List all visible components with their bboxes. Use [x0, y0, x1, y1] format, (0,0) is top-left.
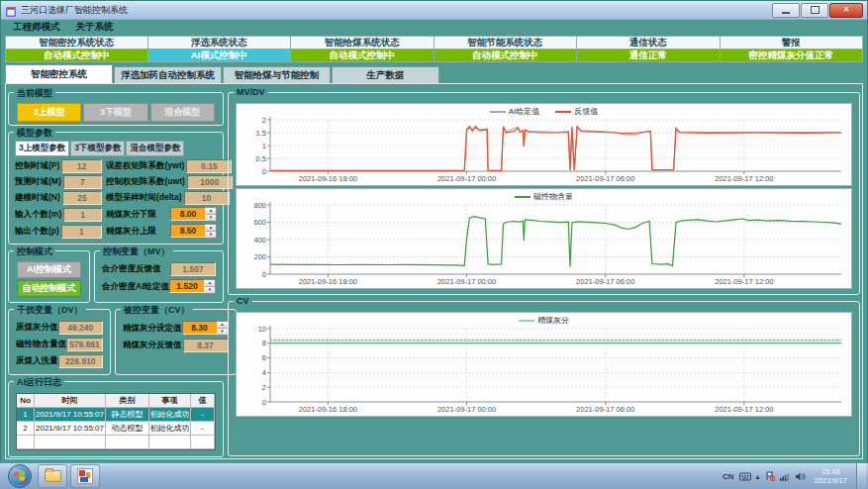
- svg-text:2021-09-17 00:00: 2021-09-17 00:00: [437, 277, 496, 286]
- value-row: 原煤灰分值49.240: [16, 321, 103, 335]
- action-center-flag-icon[interactable]: [765, 471, 775, 481]
- svg-text:0: 0: [262, 398, 266, 407]
- value-row: 合介密度AI给定值1.520▲▼: [102, 279, 216, 294]
- log-cell[interactable]: [149, 436, 191, 449]
- window-titlebar: 三河口选煤厂智能控制系统 ✕: [1, 1, 867, 20]
- network-icon[interactable]: [780, 472, 791, 481]
- status-header: 智能密控系统状态: [5, 36, 148, 49]
- field-value: 1: [63, 208, 102, 222]
- spin-down-icon[interactable]: ▼: [205, 286, 215, 293]
- svg-text:2021-09-16 18:00: 2021-09-16 18:00: [299, 405, 357, 414]
- log-cell[interactable]: 静态模型: [106, 408, 149, 422]
- model-button[interactable]: 3下模型: [83, 103, 147, 122]
- menu-engineer-mode[interactable]: 工程师模式: [7, 21, 66, 34]
- log-cell[interactable]: 初始化成功: [149, 408, 191, 422]
- svg-text:4: 4: [262, 368, 266, 377]
- keyboard-icon[interactable]: [739, 472, 751, 481]
- field-label: 精煤灰分设定值: [123, 323, 182, 335]
- taskbar-explorer-button[interactable]: [38, 464, 67, 488]
- control-mode-button[interactable]: 自动控制模式: [17, 280, 81, 297]
- model-button[interactable]: 3上模型: [17, 103, 81, 122]
- show-desktop-button[interactable]: [856, 463, 866, 489]
- control-mode-buttons: AI控制模式自动控制模式: [13, 261, 85, 297]
- group-title: 当前模型: [14, 87, 55, 100]
- field-label: 建模时域(N): [15, 192, 60, 204]
- param-tab[interactable]: 混合模型参数: [126, 141, 184, 156]
- status-header: 智能节能系统状态: [434, 36, 578, 49]
- log-cell[interactable]: 2: [17, 422, 35, 436]
- main-tab[interactable]: 浮选加药自动控制系统: [114, 66, 222, 83]
- svg-text:2021-09-16 18:00: 2021-09-16 18:00: [299, 174, 357, 183]
- main-tab[interactable]: 智能密控系统: [5, 64, 113, 83]
- spin-field: 8.00▲▼: [170, 207, 217, 222]
- group-current-model: 当前模型 3上模型3下模型混合模型: [8, 92, 224, 126]
- spin-down-icon[interactable]: ▼: [206, 214, 216, 221]
- log-header-cell: 类别: [106, 394, 149, 408]
- svg-text:0: 0: [262, 270, 266, 279]
- field-value: 0.15: [186, 159, 232, 173]
- group-title: 干扰变量（DV）: [14, 304, 86, 317]
- log-cell[interactable]: 2021/9/17 10:55:07: [35, 422, 106, 436]
- main-tab[interactable]: 智能给煤与节能控制: [223, 66, 331, 83]
- control-mode-button[interactable]: AI控制模式: [17, 261, 81, 278]
- param-tab[interactable]: 3下模型参数: [70, 141, 125, 156]
- svg-text:8: 8: [262, 339, 266, 347]
- group-title: 控制变量（MV）: [100, 245, 173, 258]
- minimize-icon[interactable]: [772, 3, 800, 18]
- param-cell: 控制权矩阵系数(uwt)1000: [106, 175, 233, 189]
- field-label: 原煤入洗量: [16, 355, 58, 367]
- param-row: 建模时域(N)25模型采样时间(delta)10: [15, 191, 217, 205]
- svg-text:2021-09-17 00:00: 2021-09-17 00:00: [437, 174, 496, 183]
- spin-down-icon[interactable]: ▼: [206, 231, 216, 238]
- log-cell[interactable]: -: [191, 422, 215, 436]
- field-value[interactable]: 1.520: [169, 279, 205, 293]
- log-cell[interactable]: [35, 436, 106, 449]
- field-label: 输入个数(m): [15, 209, 61, 221]
- svg-text:600: 600: [253, 218, 266, 227]
- value-row: 原煤入洗量226.910: [16, 354, 103, 368]
- value-row: 合介密度反馈值1.507: [102, 262, 216, 276]
- log-cell[interactable]: -: [191, 408, 215, 422]
- app-window: 三河口选煤厂智能控制系统 ✕ 工程师模式 关于系统 智能密控系统状态浮选系统状态…: [0, 0, 868, 463]
- spin-down-icon[interactable]: ▼: [218, 328, 228, 335]
- param-row: 控制时域(P)12误差权矩阵系数(ywt)0.15: [15, 159, 217, 173]
- start-button[interactable]: [8, 464, 32, 488]
- group-cv-chart: CV 精煤灰分02468102021-09-16 18:002021-09-17…: [228, 301, 860, 456]
- field-value: 1.507: [170, 262, 216, 276]
- close-icon[interactable]: ✕: [829, 3, 863, 18]
- window-controls: ✕: [772, 3, 863, 18]
- model-button[interactable]: 混合模型: [150, 103, 215, 122]
- log-cell[interactable]: 2021/9/17 10:55:07: [35, 408, 106, 422]
- mode-mv-row: 控制模式 AI控制模式自动控制模式 控制变量（MV） 合介密度反馈值1.507合…: [8, 244, 224, 303]
- status-header: 通信状态: [577, 36, 721, 49]
- series-反馈值: [270, 127, 841, 170]
- field-value[interactable]: 8.00: [170, 207, 206, 221]
- ai-log-table: No时间类别事项值12021/9/17 10:55:07静态模型初始化成功-22…: [16, 393, 216, 450]
- field-label: 输出个数(p): [15, 226, 59, 238]
- spin-field: 8.50▲▼: [170, 224, 217, 239]
- log-cell[interactable]: [17, 436, 35, 449]
- main-tab[interactable]: 生产数据: [332, 66, 439, 83]
- log-cell[interactable]: [191, 436, 215, 449]
- field-label: 原煤灰分值: [16, 322, 58, 334]
- chart-dv-magnetic: 磁性物含量02004006008002021-09-16 18:002021-0…: [236, 188, 852, 289]
- windows-flag-icon: [14, 470, 25, 482]
- log-cell[interactable]: [106, 436, 149, 449]
- log-cell[interactable]: 动态模型: [106, 422, 149, 436]
- field-value[interactable]: 8.30: [182, 321, 218, 335]
- menu-about-system[interactable]: 关于系统: [70, 21, 120, 34]
- param-cell: 建模时域(N)25: [15, 191, 102, 205]
- param-tab[interactable]: 3上模型参数: [15, 141, 69, 156]
- taskbar-clock[interactable]: 15:48 2021/9/17: [811, 467, 851, 485]
- language-indicator[interactable]: CN: [723, 472, 734, 481]
- param-row: 输出个数(p)1精煤灰分上限8.50▲▼: [15, 224, 217, 239]
- log-cell[interactable]: 1: [17, 408, 35, 422]
- group-title: 被控变量（CV）: [121, 304, 193, 317]
- svg-text:800: 800: [253, 201, 266, 210]
- log-cell[interactable]: 初始化成功: [149, 422, 191, 436]
- hidden-icons-chevron[interactable]: ▴: [756, 472, 760, 481]
- taskbar-app-button[interactable]: [70, 464, 100, 488]
- maximize-icon[interactable]: [801, 3, 828, 18]
- field-value[interactable]: 8.50: [170, 224, 206, 238]
- volume-icon[interactable]: [796, 472, 806, 481]
